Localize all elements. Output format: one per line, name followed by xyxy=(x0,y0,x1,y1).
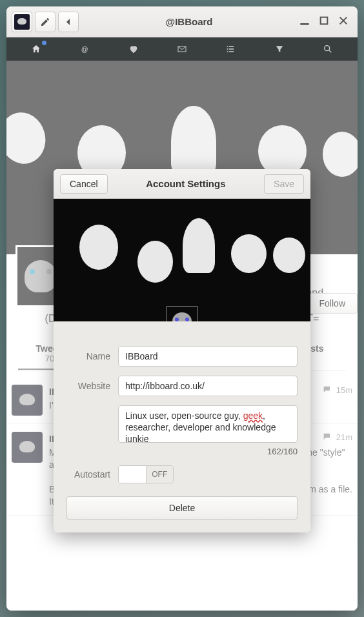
chevron-left-icon xyxy=(63,17,74,27)
notification-dot xyxy=(42,41,46,45)
svg-rect-1 xyxy=(321,17,328,25)
toggle-state: OFF xyxy=(147,466,174,483)
maximize-icon xyxy=(319,15,329,26)
account-avatar-button[interactable] xyxy=(12,12,32,32)
tab-messages[interactable] xyxy=(176,43,188,56)
name-label: Name xyxy=(66,351,110,361)
at-icon: @ xyxy=(79,44,90,54)
close-icon xyxy=(338,15,349,26)
bio-textarea[interactable]: Linux user, open-source guy, geek, resea… xyxy=(118,405,298,443)
website-input[interactable] xyxy=(118,376,298,396)
compose-button[interactable] xyxy=(35,12,56,32)
minimize-icon xyxy=(299,15,310,26)
mail-icon xyxy=(177,44,187,54)
titlebar: @IBBoard xyxy=(6,6,358,37)
tab-lists[interactable] xyxy=(224,43,237,56)
delete-button[interactable]: Delete xyxy=(66,496,298,520)
modal-title: Account Settings xyxy=(108,178,264,189)
pencil-icon xyxy=(40,17,50,27)
filter-icon xyxy=(274,44,285,54)
modal-avatar[interactable] xyxy=(167,306,197,321)
cancel-button[interactable]: Cancel xyxy=(60,174,108,194)
tab-favorites[interactable] xyxy=(127,43,140,56)
modal-banner[interactable] xyxy=(54,199,310,321)
tab-bar: @ xyxy=(6,37,358,61)
heart-icon xyxy=(128,44,139,54)
autostart-label: Autostart xyxy=(66,469,110,480)
back-button[interactable] xyxy=(58,12,79,32)
maximize-button[interactable] xyxy=(319,15,329,28)
name-input[interactable] xyxy=(118,346,298,367)
home-icon xyxy=(31,44,41,54)
save-button[interactable]: Save xyxy=(264,174,304,194)
tab-mentions[interactable]: @ xyxy=(78,43,91,56)
window-title: @IBBoard xyxy=(83,16,296,27)
account-settings-modal: Cancel Account Settings Save Name Websit… xyxy=(54,169,310,532)
search-icon xyxy=(323,44,333,54)
tab-home[interactable] xyxy=(30,43,43,56)
svg-text:@: @ xyxy=(81,45,88,53)
svg-rect-0 xyxy=(300,23,308,25)
svg-point-4 xyxy=(325,46,330,51)
autostart-toggle[interactable]: OFF xyxy=(118,465,174,483)
tab-search[interactable] xyxy=(321,43,334,56)
minimize-button[interactable] xyxy=(299,15,310,28)
close-button[interactable] xyxy=(338,15,349,28)
modal-overlay: Cancel Account Settings Save Name Websit… xyxy=(6,61,358,611)
website-label: Website xyxy=(66,381,110,391)
tab-filters[interactable] xyxy=(273,43,286,56)
list-icon xyxy=(225,44,236,54)
char-count: 162/160 xyxy=(66,447,298,456)
